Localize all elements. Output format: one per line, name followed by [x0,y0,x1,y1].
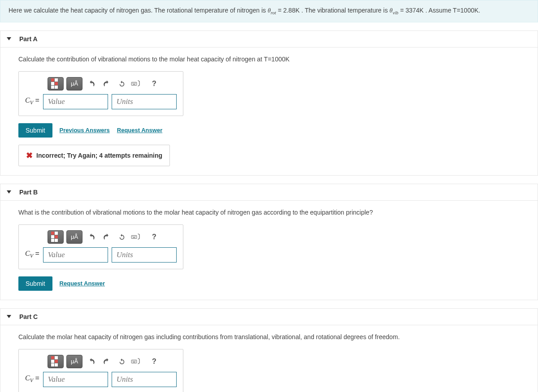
theta-rot-symbol: θ [268,7,271,14]
theta-vib-value: = 3374K [400,7,424,14]
theta-vib-symbol: θ [390,7,393,14]
part-c-header[interactable]: Part C [0,309,538,325]
help-icon-label: ? [152,358,156,366]
svg-rect-3 [134,83,135,83]
undo-button[interactable] [85,78,98,90]
part-b-prompt: What is the contribution of vibrational … [18,208,520,217]
help-button[interactable]: ? [148,231,161,243]
theta-rot-value: = 2.88K [278,7,300,14]
redo-icon [103,233,111,241]
keyboard-icon [131,358,137,366]
svg-rect-2 [133,83,134,83]
actions-a: Submit Previous Answers Request Answer [18,123,520,138]
toolbar-b: μÅ 〕 ? [48,230,177,244]
reset-button[interactable] [116,78,128,90]
undo-button[interactable] [85,355,98,368]
previous-answers-link-a[interactable]: Previous Answers [60,127,110,134]
value-input-a[interactable] [43,94,108,109]
undo-icon [87,358,95,366]
keyboard-button[interactable]: 〕 [131,78,143,90]
cv-sub: V [30,253,33,259]
part-b: Part B What is the contribution of vibra… [0,184,538,300]
templates-button[interactable] [48,355,64,368]
units-input-c[interactable] [112,372,177,387]
svg-rect-6 [131,235,137,238]
svg-rect-9 [134,236,135,237]
problem-intro: Here we calculate the heat capacity of n… [0,0,538,22]
templates-icon [51,356,60,366]
submit-button-b[interactable]: Submit [18,276,52,291]
help-icon-label: ? [152,233,156,241]
submit-button-a[interactable]: Submit [18,123,52,138]
svg-rect-10 [135,236,136,237]
part-b-header[interactable]: Part B [0,184,538,201]
redo-button[interactable] [100,78,113,90]
caret-down-icon [7,37,11,40]
redo-icon [103,358,111,366]
intro-middle: . The vibrational temperature is [301,7,390,14]
templates-button[interactable] [48,230,64,244]
keyboard-button[interactable]: 〕 [131,355,143,368]
units-input-b[interactable] [112,247,177,263]
reset-icon [118,80,126,88]
actions-b: Submit Request Answer [18,276,520,291]
templates-button[interactable] [48,77,64,90]
svg-rect-0 [131,82,137,85]
part-a-header[interactable]: Part A [0,31,538,47]
part-a: Part A Calculate the contribution of vib… [0,30,538,176]
reset-button[interactable] [116,355,128,368]
svg-rect-16 [135,361,136,361]
undo-icon [87,80,95,88]
incorrect-icon: ✖ [26,151,33,160]
symbols-button[interactable]: μÅ [66,355,82,368]
svg-rect-14 [133,361,134,361]
cv-label-c: CV = [25,374,39,384]
templates-icon [51,78,60,89]
request-answer-link-b[interactable]: Request Answer [60,280,105,287]
undo-icon [87,233,95,241]
intro-text: Here we calculate the heat capacity of n… [9,7,268,14]
undo-button[interactable] [85,231,98,243]
answer-box-b: μÅ 〕 ? [18,224,183,269]
svg-rect-15 [134,361,135,361]
symbols-button[interactable]: μÅ [66,77,82,90]
reset-icon [118,358,126,366]
cv-sym: C [25,374,30,382]
svg-rect-11 [133,237,135,237]
units-input-a[interactable] [112,94,177,109]
reset-button[interactable] [116,231,128,243]
templates-icon [51,232,60,242]
redo-icon [103,80,111,88]
symbols-button[interactable]: μÅ [66,230,82,244]
part-c: Part C Calculate the molar heat capacity… [0,308,538,392]
svg-rect-12 [131,360,137,363]
part-a-title: Part A [19,35,38,43]
theta-vib-sub: vib [393,10,399,15]
answer-box-a: μÅ 〕 ? [18,71,183,116]
help-button[interactable]: ? [148,78,161,90]
value-input-c[interactable] [43,372,108,387]
part-b-title: Part B [19,189,38,196]
cv-label-a: CV = [25,96,39,106]
feedback-a: ✖ Incorrect; Try Again; 4 attempts remai… [18,145,170,166]
svg-rect-17 [133,362,135,362]
value-input-b[interactable] [43,247,108,263]
caret-down-icon [7,190,11,194]
cv-sub: V [30,100,33,106]
cv-sym: C [25,96,30,104]
keyboard-button[interactable]: 〕 [131,231,143,243]
input-row-a: CV = [25,94,177,109]
request-answer-link-a[interactable]: Request Answer [117,127,162,134]
input-row-b: CV = [25,247,177,263]
redo-button[interactable] [100,355,113,368]
redo-button[interactable] [100,231,113,243]
part-a-prompt: Calculate the contribution of vibrationa… [18,55,520,64]
symbols-icon-label: μÅ [71,80,78,87]
theta-rot-sub: rot [271,10,276,15]
svg-rect-5 [133,84,135,84]
toolbar-c: μÅ 〕 ? [48,355,177,368]
help-button[interactable]: ? [148,355,161,368]
part-b-body: What is the contribution of vibrational … [0,201,538,300]
cv-label-b: CV = [25,250,39,259]
svg-rect-1 [132,83,133,83]
